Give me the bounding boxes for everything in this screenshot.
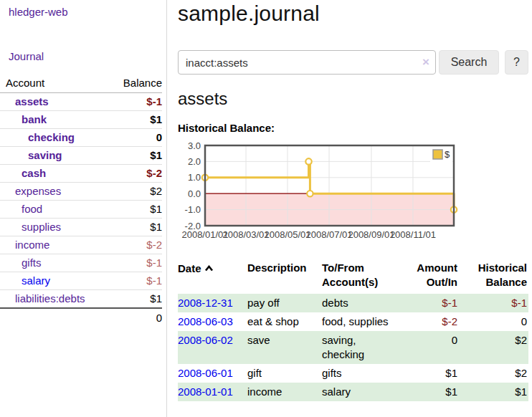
account-link[interactable]: food [22, 203, 42, 215]
transaction-amount: $-2 [399, 312, 459, 331]
transaction-balance: 0 [459, 312, 528, 331]
account-row: bank$1 [0, 111, 162, 129]
account-row: cash$-2 [0, 165, 162, 183]
account-balance: $1 [111, 219, 162, 236]
account-balance: $-2 [111, 165, 162, 183]
account-balance: $-1 [111, 272, 162, 290]
account-column-header: Account [0, 74, 111, 93]
account-link[interactable]: cash [22, 167, 46, 179]
sidebar: hledger-web Journal Account Balance asse… [0, 0, 167, 417]
clear-search-icon[interactable]: × [422, 55, 429, 70]
total-row: 0 [0, 308, 162, 327]
svg-text:2008/09/01: 2008/09/01 [348, 229, 394, 240]
transaction-description: gift [247, 364, 322, 383]
transaction-row: 2008-06-02savesaving, checking0$2 [178, 331, 528, 364]
account-balance: $-1 [111, 93, 162, 111]
account-row: checking0 [0, 129, 162, 147]
account-row: income$-2 [0, 236, 162, 254]
account-row: assets$-1 [0, 93, 162, 111]
help-button[interactable]: ? [505, 50, 528, 75]
svg-text:0.0: 0.0 [188, 188, 201, 199]
transaction-date-link[interactable]: 2008-06-03 [178, 315, 233, 327]
transaction-description: eat & shop [247, 312, 322, 331]
transactions-table-header: Date Description To/From Account(s) Amou… [178, 259, 528, 294]
account-link[interactable]: assets [15, 95, 49, 107]
accounts-table-header: Account Balance [0, 74, 162, 93]
search-input[interactable] [178, 50, 436, 75]
transaction-accounts: saving, checking [322, 331, 399, 364]
description-column-header: Description [247, 259, 322, 294]
transaction-date-link[interactable]: 2008-06-02 [178, 334, 233, 346]
transaction-accounts: gifts [322, 364, 399, 383]
account-link[interactable]: bank [22, 113, 47, 125]
transaction-row: 2008-06-03eat & shopfood, supplies$-20 [178, 312, 528, 331]
transaction-balance: $2 [459, 364, 528, 383]
transaction-amount: $1 [399, 364, 459, 383]
transaction-balance: $-1 [459, 294, 528, 312]
app-title-link[interactable]: hledger-web [9, 6, 68, 18]
historical-balance-chart: $3.02.01.00.0-1.0-2.02008/01/012008/03/0… [178, 142, 528, 244]
transaction-accounts: debts [322, 294, 399, 312]
transaction-balance: $2 [459, 331, 528, 364]
account-row: gifts$-1 [0, 254, 162, 272]
account-link[interactable]: gifts [22, 257, 42, 269]
svg-text:2008/11/01: 2008/11/01 [390, 229, 436, 240]
svg-text:1.0: 1.0 [188, 172, 201, 183]
svg-text:3.0: 3.0 [188, 142, 201, 151]
svg-text:2008/05/01: 2008/05/01 [264, 229, 310, 240]
transactions-table: Date Description To/From Account(s) Amou… [178, 259, 528, 401]
date-column-header: Date [178, 259, 247, 294]
sort-ascending-icon [204, 261, 214, 275]
transaction-description: save [247, 331, 322, 364]
account-balance: $1 [111, 201, 162, 219]
account-balance: $1 [111, 290, 162, 309]
search-form: × Search ? [178, 50, 528, 75]
page-title: sample.journal [178, 1, 320, 26]
transaction-amount: $-1 [399, 294, 459, 312]
transaction-row: 2008-06-01giftgifts$1$2 [178, 364, 528, 383]
account-link[interactable]: expenses [15, 185, 61, 197]
balance-column-header-tx: Historical Balance [459, 259, 528, 294]
transaction-description: income [247, 383, 322, 401]
svg-text:2008/01/01: 2008/01/01 [181, 229, 228, 240]
account-link[interactable]: supplies [22, 221, 61, 233]
svg-text:2008/07/01: 2008/07/01 [305, 229, 352, 240]
svg-text:2008/03/01: 2008/03/01 [223, 229, 270, 240]
account-link[interactable]: salary [22, 274, 50, 287]
transaction-amount: 0 [399, 331, 459, 364]
account-balance: $2 [111, 183, 162, 201]
transaction-description: pay off [247, 294, 322, 312]
account-link[interactable]: income [15, 239, 49, 251]
account-link[interactable]: liabilities:debts [15, 292, 85, 305]
account-balance: $1 [111, 111, 162, 129]
svg-text:-1.0: -1.0 [185, 204, 201, 215]
chart-title: Historical Balance: [178, 122, 275, 134]
svg-text:$: $ [445, 149, 450, 160]
sidebar-item-journal[interactable]: Journal [9, 50, 44, 62]
account-balance: $1 [111, 147, 162, 165]
account-link[interactable]: saving [28, 149, 62, 161]
account-balance: 0 [111, 129, 162, 147]
account-heading: assets [178, 89, 227, 109]
transaction-date-link[interactable]: 2008-01-01 [178, 385, 233, 398]
transaction-accounts: food, supplies [322, 312, 399, 331]
balance-column-header: Balance [111, 74, 162, 93]
account-row: saving$1 [0, 147, 162, 165]
transaction-row: 2008-12-31pay offdebts$-1$-1 [178, 294, 528, 312]
svg-text:2.0: 2.0 [188, 156, 201, 167]
amount-column-header: Amount Out/In [399, 259, 459, 294]
tofrom-column-header: To/From Account(s) [322, 259, 399, 294]
account-balance: $-1 [111, 254, 162, 272]
transaction-date-link[interactable]: 2008-12-31 [178, 297, 233, 309]
transaction-row: 2008-01-01incomesalary$1$1 [178, 383, 528, 401]
account-row: supplies$1 [0, 219, 162, 236]
transaction-date-link[interactable]: 2008-06-01 [178, 367, 233, 379]
account-row: liabilities:debts$1 [0, 290, 162, 309]
account-link[interactable]: checking [28, 131, 75, 143]
account-row: food$1 [0, 201, 162, 219]
account-balance: $-2 [111, 236, 162, 254]
total-balance: 0 [111, 308, 162, 327]
transaction-accounts: salary [322, 383, 399, 401]
accounts-table: Account Balance assets$-1bank$1checking0… [0, 74, 162, 327]
search-button[interactable]: Search [439, 50, 499, 75]
